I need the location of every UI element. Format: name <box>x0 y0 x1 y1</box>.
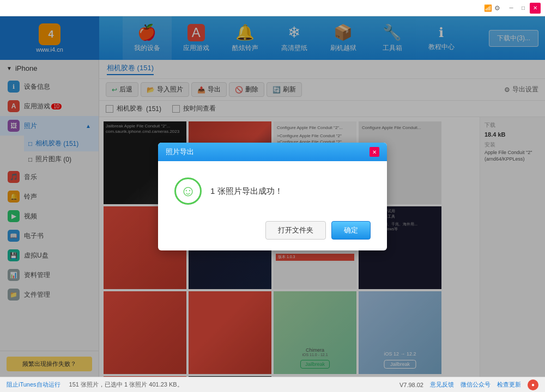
check-update-button[interactable]: 检查更新 <box>497 381 521 389</box>
statusbar: 阻止iTunes自动运行 151 张照片，已选中 1 张照片 401.23 KB… <box>0 377 545 392</box>
close-button[interactable]: ✕ <box>530 3 541 14</box>
minimize-button[interactable]: ─ <box>506 3 517 14</box>
success-icon: ☺ <box>174 177 202 205</box>
dialog-overlay: 照片导出 ✕ ☺ 1 张照片导出成功！ 打开文件夹 确定 <box>0 16 545 377</box>
dialog-header: 照片导出 ✕ <box>158 143 387 161</box>
statusbar-right: V7.98.02 意见反馈 微信公众号 检查更新 ● <box>399 379 538 390</box>
open-folder-button[interactable]: 打开文件夹 <box>265 221 326 240</box>
export-dialog: 照片导出 ✕ ☺ 1 张照片导出成功！ 打开文件夹 确定 <box>158 143 387 250</box>
gear-icon[interactable]: ⚙ <box>494 4 500 12</box>
confirm-button[interactable]: 确定 <box>331 221 371 240</box>
dialog-body: ☺ 1 张照片导出成功！ <box>158 161 387 216</box>
titlebar: 📶 ⚙ ─ □ ✕ <box>0 0 545 16</box>
dialog-message: 1 张照片导出成功！ <box>210 186 283 197</box>
photo-info: 151 张照片，已选中 1 张照片 401.23 KB。 <box>69 381 183 389</box>
itunes-label[interactable]: 阻止iTunes自动运行 <box>7 381 60 389</box>
dialog-title: 照片导出 <box>166 147 194 157</box>
dialog-footer: 打开文件夹 确定 <box>158 216 387 250</box>
wifi-icon: 📶 <box>484 4 492 12</box>
dialog-close-button[interactable]: ✕ <box>370 147 379 157</box>
maximize-button[interactable]: □ <box>518 3 529 14</box>
wechat-button[interactable]: 微信公众号 <box>461 381 491 389</box>
version: V7.98.02 <box>399 382 423 388</box>
watermark-icon: ● <box>528 379 538 390</box>
feedback-button[interactable]: 意见反馈 <box>430 381 454 389</box>
